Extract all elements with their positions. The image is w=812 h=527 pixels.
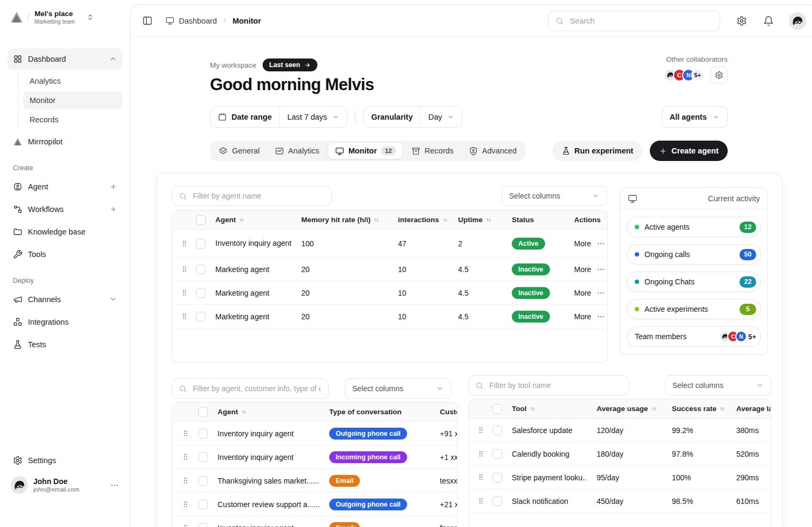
table-row[interactable]: Stripe payment looku.. 95/day 100% 290ms (469, 466, 771, 489)
tab-records[interactable]: Records (404, 142, 461, 159)
sort-icon[interactable] (238, 217, 245, 223)
table-row[interactable]: Inventory inquiry agent Incoming phone c… (172, 445, 457, 469)
activity-item-team-members[interactable]: Team members C N 5+ (627, 326, 761, 347)
select-all-checkbox[interactable] (198, 407, 208, 417)
profile-avatar[interactable] (789, 12, 806, 30)
row-checkbox[interactable] (492, 426, 502, 435)
row-more-button[interactable]: More (574, 239, 607, 248)
tab-monitor[interactable]: Monitor 12 (328, 142, 403, 159)
agents-filter-input[interactable] (192, 191, 325, 201)
sort-icon[interactable] (530, 406, 536, 412)
drag-handle-icon[interactable] (469, 450, 492, 458)
row-more-button[interactable]: More (574, 312, 607, 321)
row-checkbox[interactable] (492, 473, 502, 482)
activity-item-ongoing-chats[interactable]: Ongoing Chats 22 (627, 272, 761, 292)
table-row[interactable]: Marketing agent 20 10 4.5 Inactive More (172, 281, 607, 305)
sort-icon[interactable] (651, 406, 657, 412)
row-checkbox[interactable] (492, 496, 502, 506)
column-interactions[interactable]: interactions (398, 216, 439, 224)
row-more-button[interactable]: More (574, 289, 607, 297)
row-checkbox[interactable] (492, 449, 502, 459)
table-row[interactable]: Customer review support a...... Outgoing… (172, 493, 457, 516)
conversations-filter[interactable] (172, 378, 329, 399)
drag-handle-icon[interactable] (172, 239, 196, 247)
tab-analytics[interactable]: Analytics (268, 142, 327, 159)
sort-icon[interactable] (442, 217, 448, 223)
ellipsis-icon[interactable] (597, 265, 605, 274)
tools-filter[interactable] (468, 375, 629, 396)
drag-handle-icon[interactable] (469, 497, 492, 505)
sidebar-item-monitor[interactable]: Monitor (23, 91, 122, 109)
sort-icon[interactable] (485, 217, 492, 223)
drag-handle-icon[interactable] (172, 312, 196, 320)
table-row[interactable]: Marketing agent 20 10 4.5 Inactive More (172, 258, 607, 281)
sort-icon[interactable] (241, 409, 247, 415)
ellipsis-icon[interactable] (597, 312, 605, 321)
conversations-select-columns[interactable]: Select columns (345, 378, 451, 399)
global-search[interactable] (548, 11, 720, 31)
table-row[interactable]: Slack notification 450/day 98.5% 610ms (469, 489, 771, 513)
table-row[interactable]: Salesforce update 120/day 99.2% 380ms (469, 419, 771, 442)
last-seen-badge[interactable]: Last seen (263, 58, 317, 71)
row-checkbox[interactable] (196, 312, 206, 321)
sort-icon[interactable] (719, 406, 726, 412)
all-agents-dropdown[interactable]: All agents (662, 106, 728, 128)
collaborators-overflow-badge[interactable]: 5+ (691, 69, 704, 82)
sidebar-toggle-icon[interactable] (142, 16, 153, 26)
activity-item-active-experiments[interactable]: Active experiments 5 (627, 299, 761, 319)
drag-handle-icon[interactable] (172, 477, 198, 485)
sidebar-item-settings[interactable]: Settings (8, 450, 122, 471)
sidebar-item-workflows[interactable]: Workflows (8, 199, 122, 220)
workspace-switcher[interactable]: / Mel's place Marketting team (8, 9, 122, 26)
select-all-checkbox[interactable] (196, 215, 206, 225)
column-success[interactable]: Success rate (672, 405, 716, 413)
settings-gear-icon[interactable] (736, 16, 747, 26)
row-checkbox[interactable] (198, 429, 208, 438)
drag-handle-icon[interactable] (469, 426, 492, 434)
row-more-button[interactable]: More (574, 265, 607, 274)
ellipsis-icon[interactable] (597, 239, 605, 248)
sidebar-item-channels[interactable]: Channels (8, 289, 122, 310)
ellipsis-icon[interactable] (597, 289, 605, 297)
column-tool[interactable]: Tool (512, 405, 527, 413)
date-range-control[interactable]: Date range Last 7 days (210, 106, 347, 128)
column-agent[interactable]: Agent (218, 408, 238, 416)
drag-handle-icon[interactable] (172, 453, 198, 461)
tools-select-columns[interactable]: Select columns (665, 375, 771, 396)
row-checkbox[interactable] (198, 500, 208, 509)
drag-handle-icon[interactable] (469, 473, 492, 481)
activity-item-active-agents[interactable]: Active agents 12 (627, 217, 761, 237)
sidebar-item-tests[interactable]: Tests (8, 334, 122, 355)
agents-select-columns[interactable]: Select columns (502, 186, 607, 206)
breadcrumb-parent[interactable]: Dashboard (179, 17, 217, 25)
run-experiment-button[interactable]: Run experiment (553, 141, 643, 161)
agents-filter[interactable] (172, 186, 332, 206)
granularity-control[interactable]: Granularity Day (363, 106, 462, 128)
plus-icon[interactable] (110, 206, 117, 213)
row-checkbox[interactable] (196, 288, 206, 298)
chevron-down-icon[interactable] (109, 295, 117, 303)
ellipsis-icon[interactable] (110, 481, 119, 490)
sidebar-item-analytics[interactable]: Analytics (23, 72, 122, 90)
column-usage[interactable]: Average usage (597, 405, 648, 413)
conversations-filter-input[interactable] (192, 384, 322, 393)
row-checkbox[interactable] (198, 452, 208, 462)
table-row[interactable]: Inventory inquiry agent 100 47 2 Active … (172, 230, 607, 258)
drag-handle-icon[interactable] (172, 289, 196, 297)
sidebar-item-dashboard[interactable]: Dashboard (8, 48, 122, 70)
sidebar-item-records[interactable]: Records (23, 111, 122, 129)
table-row[interactable]: Inventory inquiry agent Email frxxxx (172, 516, 457, 527)
drag-handle-icon[interactable] (172, 429, 198, 437)
notifications-bell-icon[interactable] (763, 16, 774, 26)
sidebar-item-integrations[interactable]: Integrations (8, 311, 122, 333)
select-all-checkbox[interactable] (492, 404, 502, 414)
tools-filter-input[interactable] (488, 380, 622, 390)
table-row[interactable]: Thanksgiving sales market...... Email te… (172, 469, 457, 493)
chevron-up-icon[interactable] (109, 55, 117, 63)
sort-icon[interactable] (373, 217, 380, 223)
sidebar-item-knowledge-base[interactable]: Knowledge base (8, 221, 122, 243)
column-uptime[interactable]: Uptime (458, 216, 483, 224)
sidebar-item-agent[interactable]: Agent (8, 176, 122, 197)
row-checkbox[interactable] (198, 523, 208, 527)
tab-advanced[interactable]: Advanced (462, 142, 524, 159)
